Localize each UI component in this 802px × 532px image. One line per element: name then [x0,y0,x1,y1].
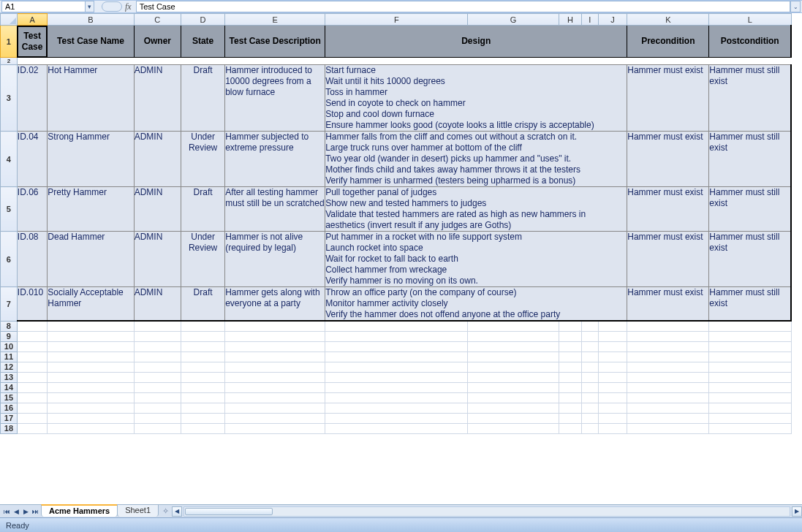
empty-cell[interactable] [709,362,791,372]
empty-cell[interactable] [17,372,48,382]
empty-cell[interactable] [48,403,134,413]
empty-cell[interactable] [181,423,225,433]
cell-desc[interactable]: Hammer subjected to extreme pressure [225,132,325,187]
empty-cell[interactable] [325,392,468,403]
empty-cell[interactable] [17,341,48,352]
empty-cell[interactable] [581,362,598,372]
col-header-i[interactable]: I [581,14,598,26]
empty-cell[interactable] [709,382,791,392]
row-header[interactable]: 3 [1,65,18,132]
empty-cell[interactable] [134,321,181,331]
empty-cell[interactable] [627,362,709,372]
empty-cell[interactable] [48,372,134,382]
name-box-dropdown[interactable]: ▾ [86,1,94,12]
empty-cell[interactable] [627,382,709,392]
empty-cell[interactable] [134,382,181,392]
cell-id[interactable]: ID.02 [17,65,48,132]
empty-cell[interactable] [48,331,134,341]
row-header[interactable]: 11 [1,352,18,362]
empty-cell[interactable] [709,352,791,362]
empty-cell[interactable] [325,321,468,331]
empty-cell[interactable] [468,331,559,341]
cell-post[interactable]: Hammer must still exist [709,232,791,287]
hdr-post[interactable]: Postcondition [709,26,791,58]
row-header[interactable]: 6 [1,232,18,287]
cell-pre[interactable]: Hammer must exist [627,187,709,232]
empty-cell[interactable] [134,392,181,403]
empty-cell[interactable] [17,403,48,413]
empty-cell[interactable] [17,392,48,403]
empty-cell[interactable] [181,352,225,362]
cell-owner[interactable]: ADMIN [134,65,181,132]
empty-cell[interactable] [48,413,134,423]
empty-cell[interactable] [559,413,581,423]
tab-prev-icon[interactable]: ◀ [12,508,20,515]
cell-state[interactable]: Under Review [181,132,225,187]
cell-post[interactable]: Hammer must still exist [709,187,791,232]
empty-cell[interactable] [134,372,181,382]
empty-cell[interactable] [559,362,581,372]
empty-cell[interactable] [325,413,468,423]
empty-cell[interactable] [468,403,559,413]
empty-cell[interactable] [17,362,48,372]
empty-cell[interactable] [134,413,181,423]
row-header[interactable]: 17 [1,413,18,423]
empty-cell[interactable] [181,331,225,341]
hscroll-left-icon[interactable]: ◀ [172,506,182,517]
row-header[interactable]: 15 [1,392,18,403]
empty-cell[interactable] [17,423,48,433]
cell-desc[interactable]: Hammer gets along with everyone at a par… [225,287,325,322]
empty-cell[interactable] [709,392,791,403]
cell-name[interactable]: Socially Acceptable Hammer [48,287,134,322]
empty-cell[interactable] [468,423,559,433]
empty-cell[interactable] [709,341,791,352]
cell-owner[interactable]: ADMIN [134,287,181,322]
row-header[interactable]: 4 [1,132,18,187]
row-header-2[interactable]: 2 [1,58,18,65]
empty-cell[interactable] [709,413,791,423]
empty-cell[interactable] [709,331,791,341]
empty-cell[interactable] [627,392,709,403]
empty-cell[interactable] [17,413,48,423]
formula-bar[interactable]: Test Case [136,1,790,12]
empty-cell[interactable] [559,341,581,352]
empty-cell[interactable] [581,403,598,413]
cell-post[interactable]: Hammer must still exist [709,132,791,187]
empty-cell[interactable] [325,352,468,362]
col-header-b[interactable]: B [48,14,134,26]
tab-first-icon[interactable]: ⏮ [3,508,10,515]
empty-cell[interactable] [581,341,598,352]
empty-cell[interactable] [48,352,134,362]
row-header[interactable]: 13 [1,372,18,382]
empty-cell[interactable] [181,403,225,413]
empty-cell[interactable] [709,423,791,433]
empty-cell[interactable] [181,362,225,372]
cell-state[interactable]: Draft [181,187,225,232]
empty-cell[interactable] [225,362,325,372]
empty-cell[interactable] [598,352,627,362]
cell-pre[interactable]: Hammer must exist [627,132,709,187]
formula-bar-expand[interactable]: ⌄ [790,1,801,12]
empty-cell[interactable] [325,403,468,413]
hdr-owner[interactable]: Owner [134,26,181,58]
empty-cell[interactable] [468,352,559,362]
cell-design[interactable]: Hammer falls from the cliff and comes ou… [325,132,627,187]
empty-cell[interactable] [325,362,468,372]
col-header-e[interactable]: E [225,14,325,26]
empty-cell[interactable] [325,331,468,341]
empty-cell[interactable] [598,341,627,352]
empty-cell[interactable] [468,341,559,352]
empty-cell[interactable] [48,341,134,352]
cell-pre[interactable]: Hammer must exist [627,232,709,287]
empty-cell[interactable] [581,352,598,362]
hdr-pre[interactable]: Precondition [627,26,709,58]
empty-cell[interactable] [134,362,181,372]
empty-cell[interactable] [181,341,225,352]
empty-cell[interactable] [225,413,325,423]
empty-cell[interactable] [581,321,598,331]
col-header-c[interactable]: C [134,14,181,26]
empty-cell[interactable] [581,372,598,382]
empty-cell[interactable] [627,413,709,423]
col-header-l[interactable]: L [709,14,791,26]
col-header-j[interactable]: J [598,14,627,26]
